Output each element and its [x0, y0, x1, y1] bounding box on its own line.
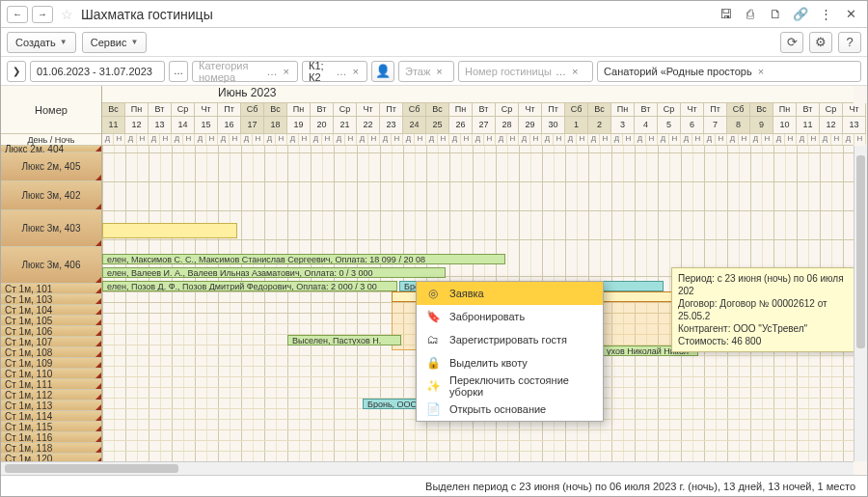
sanatorium-input[interactable]: Санаторий «Родные просторь×	[597, 61, 861, 82]
room-cell[interactable]: Ст 1м, 115	[1, 422, 101, 432]
nav-forward-button[interactable]: →	[32, 6, 53, 23]
window-title: Шахматка гостиницы	[81, 7, 711, 22]
context-menu-item[interactable]: 🔒Выделить квоту	[417, 351, 603, 374]
date-prev-button[interactable]: ❯	[7, 61, 26, 82]
horizontal-scrollbar[interactable]	[1, 461, 854, 475]
room-cell[interactable]: Люкс 3м, 406	[1, 247, 101, 284]
settings-button[interactable]: ⚙	[809, 32, 832, 53]
context-menu-item[interactable]: 📄Открыть основание	[417, 398, 603, 421]
room-cell[interactable]: Ст 1м, 112	[1, 390, 101, 400]
day-column: Вс11	[102, 103, 125, 134]
room-cell[interactable]: Ст 1м, 113	[1, 400, 101, 411]
day-column: Вт11	[797, 103, 820, 134]
context-menu-item[interactable]: 🗂Зарегистрировать гостя	[417, 328, 603, 351]
save-icon[interactable]: 🖫	[715, 5, 736, 24]
room-cell[interactable]: Ст 1м, 106	[1, 326, 101, 337]
room-cell[interactable]: Ст 1м, 107	[1, 337, 101, 347]
day-column: Ср28	[496, 103, 519, 134]
room-cell[interactable]: Ст 1м, 110	[1, 369, 101, 379]
day-column: Чт29	[519, 103, 542, 134]
room-cell[interactable]: Ст 1м, 116	[1, 432, 101, 443]
booking-bar[interactable]: елен, Позов Д. Ф., Позов Дмитрий Федоров…	[102, 281, 397, 291]
service-button[interactable]: Сервис▼	[82, 32, 148, 53]
day-column: Пт23	[380, 103, 403, 134]
room-cell[interactable]: Ст 1м, 118	[1, 443, 101, 454]
floor-input[interactable]: Этаж×	[398, 61, 454, 82]
room-cell[interactable]: Люкс 3м, 402	[1, 181, 101, 210]
room-cell[interactable]: Ст 1м, 120	[1, 454, 101, 461]
day-column: Вс9	[750, 103, 773, 134]
close-icon[interactable]: ✕	[840, 5, 861, 24]
print-icon[interactable]: ⎙	[740, 5, 761, 24]
room-cell[interactable]: Ст 1м, 101	[1, 284, 101, 294]
day-column: Пт30	[542, 103, 565, 134]
vertical-scrollbar[interactable]	[854, 146, 867, 461]
day-column: Вт4	[635, 103, 658, 134]
date-pick-button[interactable]: …	[169, 61, 188, 82]
menu-item-label: Выделить квоту	[449, 357, 528, 369]
menu-item-icon: ◎	[426, 287, 440, 300]
day-column: Вс2	[588, 103, 611, 134]
day-column: Ср21	[334, 103, 357, 134]
help-button[interactable]: ?	[838, 32, 861, 53]
booking-bar[interactable]: елен, Максимов С. С., Максимов Станислав…	[102, 254, 505, 264]
booking-bar[interactable]: елен, Валеев И. А., Валеев Ильназ Азамат…	[102, 267, 446, 278]
room-cell[interactable]: Люкс 3м, 403	[1, 210, 101, 247]
room-cell[interactable]: Ст 1м, 105	[1, 316, 101, 326]
tooltip: Период: с 23 июня (ночь) по 06 июля 202 …	[671, 267, 867, 352]
more-icon[interactable]: ⋮	[815, 5, 836, 24]
room-cell[interactable]: Ст 1м, 108	[1, 347, 101, 358]
day-column: Ср5	[658, 103, 681, 134]
day-column: Чт15	[195, 103, 218, 134]
room-cell[interactable]: Люкс 2м, 405	[1, 152, 101, 181]
menu-item-icon: 🗂	[426, 333, 440, 346]
days-header: Вс11Пн12Вт13Ср14Чт15Пт16Сб17Вс18Пн19Вт20…	[102, 103, 854, 134]
day-column: Вт20	[311, 103, 334, 134]
context-menu: ◎Заявка🔖Забронировать🗂Зарегистрировать г…	[416, 281, 604, 422]
menu-item-label: Открыть основание	[449, 403, 546, 415]
menu-item-icon: ✨	[426, 379, 440, 393]
building-input[interactable]: К1; К2…×	[302, 61, 367, 82]
day-column: Чт13	[843, 103, 866, 134]
day-column: Сб1	[565, 103, 588, 134]
nav-back-button[interactable]: ←	[7, 6, 28, 23]
menu-item-icon: 📄	[426, 402, 440, 416]
room-cell[interactable]: Ст 1м, 103	[1, 294, 101, 305]
day-column: Ср12	[820, 103, 843, 134]
context-menu-item[interactable]: ◎Заявка	[417, 282, 603, 305]
room-cell[interactable]: Ст 1м, 104	[1, 305, 101, 316]
room-cell[interactable]: Ст 1м, 111	[1, 379, 101, 390]
room-cell[interactable]: Люкс 2м, 404	[1, 146, 101, 152]
menu-item-label: Заявка	[449, 288, 484, 299]
menu-item-icon: 🔒	[426, 356, 440, 370]
attach-icon[interactable]: 🗋	[765, 5, 786, 24]
create-button[interactable]: Создать▼	[7, 32, 76, 53]
month-header: Июнь 2023	[102, 86, 854, 103]
day-column: Пт16	[218, 103, 241, 134]
star-icon[interactable]: ☆	[61, 7, 73, 22]
status-bar: Выделен период с 23 июня (ночь) по 06 ию…	[1, 475, 867, 496]
day-column: Пн26	[449, 103, 473, 134]
day-column: Сб24	[403, 103, 426, 134]
date-range-input[interactable]: 01.06.2023 - 31.07.2023	[30, 61, 165, 82]
dn-header: ДНДНДНДНДНДНДНДНДНДНДНДНДНДНДНДНДНДНДНДН…	[102, 134, 854, 146]
day-column: Сб8	[727, 103, 750, 134]
person-button[interactable]: 👤	[371, 61, 394, 82]
day-column: Ср14	[172, 103, 195, 134]
day-column: Пт7	[704, 103, 727, 134]
link-icon[interactable]: 🔗	[790, 5, 811, 24]
category-input[interactable]: Категория номера…×	[192, 61, 298, 82]
booking-bar[interactable]: Выселен, Пастухов Н.	[287, 335, 401, 345]
day-column: Вс25	[426, 103, 449, 134]
day-column: Пн12	[125, 103, 149, 134]
room-input[interactable]: Номер гостиницы…×	[458, 61, 593, 82]
menu-item-icon: 🔖	[426, 310, 440, 323]
refresh-button[interactable]: ⟳	[780, 32, 803, 53]
day-column: Пн10	[773, 103, 797, 134]
context-menu-item[interactable]: ✨Переключить состояние уборки	[417, 374, 603, 398]
room-column-header: Номер	[1, 86, 101, 134]
room-cell[interactable]: Ст 1м, 109	[1, 358, 101, 369]
room-cell[interactable]: Ст 1м, 114	[1, 411, 101, 422]
context-menu-item[interactable]: 🔖Забронировать	[417, 305, 603, 328]
booking-bar[interactable]	[102, 223, 237, 238]
